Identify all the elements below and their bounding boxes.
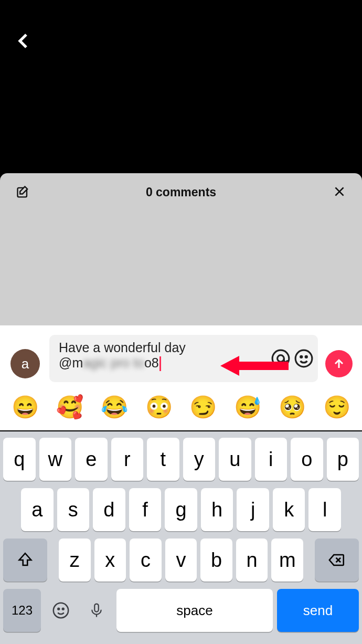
emoji-quick-row: 😄 🥰 😂 😳 😏 😅 🥺 😌	[0, 396, 362, 418]
comment-input[interactable]: Have a wonderful day @magic pro too8	[49, 335, 318, 382]
key-o[interactable]: o	[291, 438, 323, 481]
key-h[interactable]: h	[201, 488, 233, 531]
key-p[interactable]: p	[327, 438, 359, 481]
comments-title: 0 comments	[146, 185, 216, 199]
key-k[interactable]: k	[273, 488, 305, 531]
send-comment-button[interactable]	[325, 350, 353, 377]
key-c[interactable]: c	[130, 539, 162, 582]
key-u[interactable]: u	[219, 438, 251, 481]
key-e[interactable]: e	[75, 438, 108, 481]
at-icon[interactable]	[271, 349, 291, 368]
arrow-up-icon	[333, 357, 345, 370]
key-send[interactable]: send	[277, 589, 359, 632]
emoji-quick-4[interactable]: 😏	[189, 396, 217, 418]
back-button[interactable]	[14, 31, 33, 50]
svg-rect-15	[94, 604, 99, 612]
emoji-quick-5[interactable]: 😅	[234, 396, 261, 418]
emoji-quick-2[interactable]: 😂	[101, 396, 128, 418]
svg-point-6	[301, 356, 302, 357]
comment-text-line1: Have a wonderful day	[59, 340, 274, 355]
key-j[interactable]: j	[237, 488, 269, 531]
svg-point-7	[305, 356, 307, 357]
emoji-picker-icon[interactable]	[294, 349, 314, 368]
key-a[interactable]: a	[21, 488, 54, 531]
key-q[interactable]: q	[3, 438, 36, 481]
comment-text-line2: @magic pro too8	[59, 355, 159, 371]
emoji-quick-0[interactable]: 😄	[12, 396, 39, 418]
compose-icon	[16, 185, 30, 199]
key-dictation[interactable]	[81, 589, 112, 632]
key-d[interactable]: d	[93, 488, 125, 531]
backspace-icon	[328, 551, 346, 569]
compose-button[interactable]	[16, 185, 30, 199]
text-caret	[159, 356, 161, 371]
chevron-left-icon	[14, 31, 33, 50]
svg-point-5	[295, 350, 312, 367]
close-icon	[333, 185, 346, 198]
key-l[interactable]: l	[308, 488, 341, 531]
key-t[interactable]: t	[147, 438, 179, 481]
key-r[interactable]: r	[111, 438, 144, 481]
avatar: a	[10, 349, 40, 378]
key-y[interactable]: y	[183, 438, 216, 481]
key-backspace[interactable]	[315, 539, 359, 582]
key-v[interactable]: v	[165, 539, 197, 582]
emoji-quick-3[interactable]: 😳	[145, 396, 173, 418]
svg-point-14	[62, 608, 64, 610]
emoji-quick-1[interactable]: 🥰	[56, 396, 83, 418]
key-n[interactable]: n	[236, 539, 268, 582]
key-numbers[interactable]: 123	[3, 589, 41, 632]
key-b[interactable]: b	[200, 539, 232, 582]
comments-panel: 0 comments	[0, 173, 362, 325]
keyboard: q w e r t y u i o p a s d f g h j k l z …	[0, 431, 362, 644]
emoji-quick-6[interactable]: 🥺	[279, 396, 306, 418]
key-x[interactable]: x	[94, 539, 126, 582]
close-button[interactable]	[333, 185, 346, 198]
emoji-quick-7[interactable]: 😌	[323, 396, 350, 418]
key-emoji-keyboard[interactable]	[45, 589, 77, 632]
emoji-keyboard-icon	[52, 601, 70, 619]
svg-point-4	[278, 355, 284, 362]
svg-point-13	[58, 608, 59, 610]
svg-point-3	[272, 350, 289, 367]
key-w[interactable]: w	[39, 438, 72, 481]
key-g[interactable]: g	[165, 488, 197, 531]
comments-header: 0 comments	[0, 173, 362, 211]
key-shift[interactable]	[3, 539, 47, 582]
key-f[interactable]: f	[129, 488, 162, 531]
svg-point-12	[54, 603, 68, 618]
key-s[interactable]: s	[57, 488, 90, 531]
key-i[interactable]: i	[255, 438, 288, 481]
video-backdrop	[0, 0, 362, 173]
key-space[interactable]: space	[116, 589, 273, 632]
shift-icon	[16, 551, 34, 569]
mic-icon	[89, 603, 104, 618]
key-m[interactable]: m	[271, 539, 303, 582]
key-z[interactable]: z	[59, 539, 91, 582]
